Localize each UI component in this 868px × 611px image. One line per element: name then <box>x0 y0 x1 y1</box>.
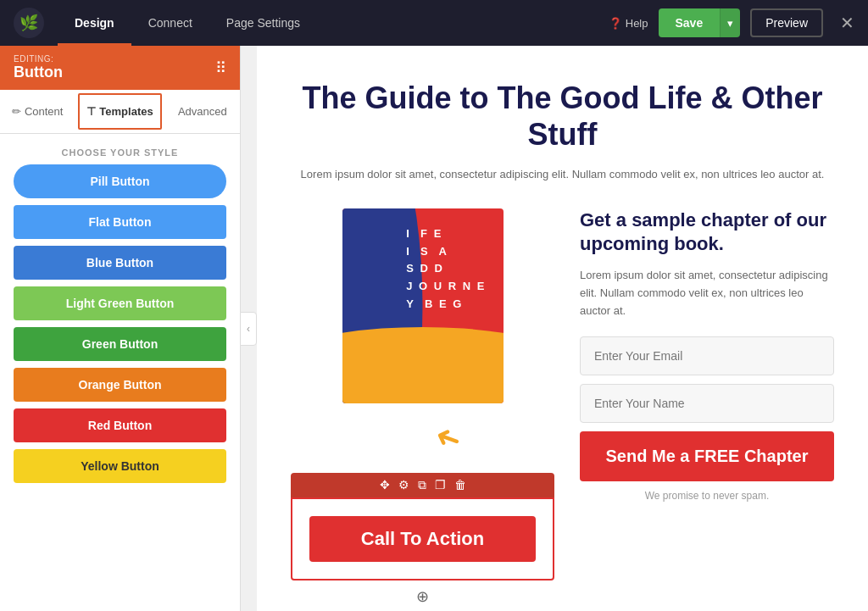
move-icon[interactable]: ✥ <box>380 478 390 492</box>
close-button[interactable]: ✕ <box>840 13 854 33</box>
btn-blue[interactable]: Blue Button <box>14 246 226 280</box>
cta-button[interactable]: Call To Action <box>309 516 536 562</box>
nav-tab-design[interactable]: Design <box>58 0 131 46</box>
right-heading: Get a sample chapter of our upcoming boo… <box>580 208 834 257</box>
cta-box: Call To Action <box>291 497 554 580</box>
arrow-icon: ➜ <box>430 417 466 459</box>
book-text: I F EI S AS D DJ O U R N EY B E G <box>406 225 486 314</box>
book-bg-yellow <box>342 327 504 403</box>
submit-button[interactable]: Send Me a FREE Chapter <box>580 431 834 481</box>
spam-note: We promise to never spam. <box>580 490 834 502</box>
nav-tab-page-settings[interactable]: Page Settings <box>209 0 317 46</box>
col-right: Get a sample chapter of our upcoming boo… <box>580 208 834 503</box>
duplicate-icon[interactable]: ❐ <box>435 478 446 492</box>
two-col-layout: I F EI S AS D DJ O U R N EY B E G ➜ ✥ ⚙ … <box>291 208 834 606</box>
tab-advanced[interactable]: Advanced <box>165 90 240 133</box>
nav-tabs: Design Connect Page Settings <box>58 0 609 46</box>
pencil-icon: ✏ <box>12 105 21 118</box>
tab-content[interactable]: ✏ Content <box>0 90 75 133</box>
save-group: Save ▾ <box>659 8 741 37</box>
delete-icon[interactable]: 🗑 <box>454 478 466 492</box>
sidebar-header: EDITING: Button ⠿ <box>0 46 240 90</box>
add-element-button[interactable]: ⊕ <box>291 587 554 606</box>
copy-icon[interactable]: ⧉ <box>418 478 426 492</box>
page-content: The Guide to The Good Life & Other Stuff… <box>257 46 868 611</box>
button-list: Pill Button Flat Button Blue Button Ligh… <box>0 164 240 611</box>
name-input[interactable] <box>580 384 834 423</box>
app-logo: 🌿 <box>14 8 44 38</box>
nav-tab-connect[interactable]: Connect <box>131 0 209 46</box>
nav-right: ❓ Help Save ▾ Preview ✕ <box>609 8 854 37</box>
btn-flat[interactable]: Flat Button <box>14 205 226 239</box>
canvas: The Guide to The Good Life & Other Stuff… <box>257 46 868 611</box>
page-subtitle: Lorem ipsum dolor sit amet, consectetur … <box>291 166 834 183</box>
help-button[interactable]: ❓ Help <box>609 17 648 30</box>
btn-pill[interactable]: Pill Button <box>14 164 226 198</box>
btn-red[interactable]: Red Button <box>14 408 226 442</box>
main-layout: EDITING: Button ⠿ ✏ Content ⊤ Templates … <box>0 46 868 611</box>
help-icon: ❓ <box>609 17 622 30</box>
book-cover: I F EI S AS D DJ O U R N EY B E G <box>342 208 504 420</box>
editing-label: EDITING: <box>14 54 63 64</box>
btn-light-green[interactable]: Light Green Button <box>14 286 226 320</box>
editing-title: Button <box>14 64 63 81</box>
sidebar-collapse-handle[interactable]: ‹ <box>240 312 257 346</box>
grid-icon[interactable]: ⠿ <box>215 58 226 77</box>
right-text: Lorem ipsum dolor sit amet, consectetur … <box>580 267 834 319</box>
save-button[interactable]: Save <box>659 8 721 37</box>
btn-green[interactable]: Green Button <box>14 327 226 361</box>
templates-icon: ⊤ <box>86 105 96 118</box>
cta-wrapper: ✥ ⚙ ⧉ ❐ 🗑 Call To Action ⊕ <box>291 473 554 606</box>
btn-yellow[interactable]: Yellow Button <box>14 449 226 483</box>
cta-toolbar: ✥ ⚙ ⧉ ❐ 🗑 <box>291 473 554 497</box>
tab-templates[interactable]: ⊤ Templates <box>78 93 161 130</box>
top-nav: 🌿 Design Connect Page Settings ❓ Help Sa… <box>0 0 868 46</box>
email-input[interactable] <box>580 336 834 375</box>
help-label: Help <box>626 17 648 30</box>
sidebar: EDITING: Button ⠿ ✏ Content ⊤ Templates … <box>0 46 241 611</box>
settings-icon[interactable]: ⚙ <box>398 478 409 492</box>
btn-orange[interactable]: Orange Button <box>14 368 226 402</box>
col-left: I F EI S AS D DJ O U R N EY B E G ➜ ✥ ⚙ … <box>291 208 554 606</box>
sidebar-tabs: ✏ Content ⊤ Templates Advanced <box>0 90 240 134</box>
page-title: The Guide to The Good Life & Other Stuff <box>291 80 834 153</box>
preview-button[interactable]: Preview <box>750 8 823 37</box>
save-dropdown-button[interactable]: ▾ <box>720 8 740 37</box>
section-label: CHOOSE YOUR STYLE <box>0 134 240 164</box>
